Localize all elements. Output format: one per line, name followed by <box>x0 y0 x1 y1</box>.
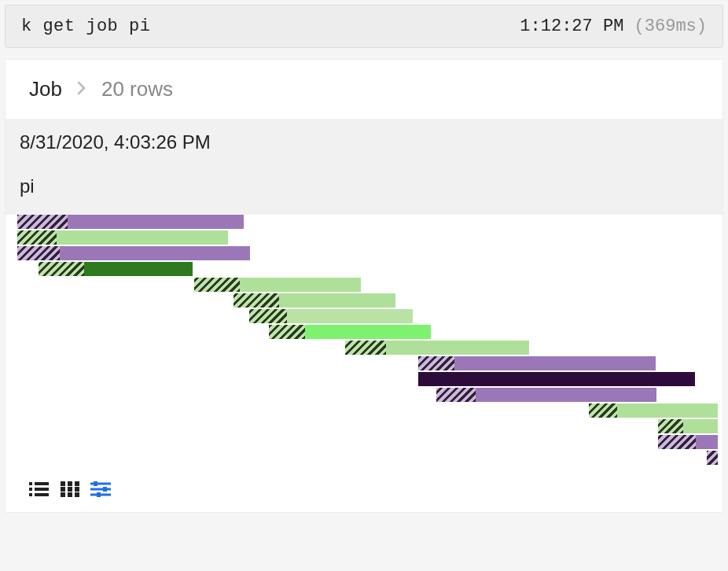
bar-pending-segment <box>194 278 240 292</box>
result-panel: Job 20 rows 8/31/2020, 4:03:26 PM pi <box>5 59 723 513</box>
bar-running-segment <box>476 388 656 402</box>
job-name: pi <box>20 175 708 197</box>
bar-pending-segment <box>249 309 287 323</box>
timeline-bar[interactable] <box>589 403 718 418</box>
timeline-bar[interactable] <box>707 451 718 465</box>
bar-pending-segment <box>17 215 68 229</box>
timeline-bar[interactable] <box>17 215 244 229</box>
svg-rect-11 <box>75 487 79 492</box>
bar-pending-segment <box>658 435 696 449</box>
chevron-right-icon <box>76 79 87 100</box>
svg-rect-9 <box>61 487 65 492</box>
list-icon[interactable] <box>29 481 50 498</box>
bar-running-segment <box>386 341 529 355</box>
job-header: 8/31/2020, 4:03:26 PM pi <box>6 119 722 215</box>
bar-pending-segment <box>17 230 57 245</box>
bar-running-segment <box>279 293 395 308</box>
timeline-bar[interactable] <box>658 419 718 433</box>
bar-running-segment <box>454 356 656 370</box>
bar-running-segment <box>418 372 695 386</box>
svg-rect-3 <box>35 488 49 491</box>
command-meta: 1:12:27 PM (369ms) <box>520 17 707 36</box>
timeline-bar[interactable] <box>39 262 193 276</box>
breadcrumb-root[interactable]: Job <box>29 77 62 101</box>
command-timestamp: 1:12:27 PM <box>520 17 623 36</box>
timeline-bar[interactable] <box>436 388 656 402</box>
bar-pending-segment <box>233 293 279 308</box>
bar-pending-segment <box>345 341 386 355</box>
bar-running-segment <box>287 309 413 323</box>
bar-pending-segment <box>17 246 60 260</box>
svg-rect-2 <box>29 488 32 491</box>
timeline-bar[interactable] <box>658 435 718 449</box>
bar-running-segment <box>305 325 431 339</box>
sliders-icon[interactable] <box>90 481 111 498</box>
bar-running-segment <box>683 419 718 433</box>
svg-rect-4 <box>29 493 32 496</box>
svg-rect-8 <box>75 481 79 486</box>
bar-pending-segment <box>658 419 683 433</box>
bar-pending-segment <box>436 388 476 402</box>
timeline-chart <box>6 215 722 466</box>
command-duration: (369ms) <box>634 17 707 36</box>
bar-running-segment <box>68 215 244 229</box>
bar-pending-segment <box>707 451 718 465</box>
timeline-bar[interactable] <box>17 230 228 245</box>
timeline-bar[interactable] <box>269 325 431 339</box>
svg-rect-18 <box>103 487 107 492</box>
svg-rect-10 <box>68 487 72 492</box>
svg-rect-14 <box>75 492 79 497</box>
bar-running-segment <box>84 262 193 276</box>
timeline-bar[interactable] <box>233 293 395 308</box>
svg-rect-16 <box>94 481 97 486</box>
svg-rect-12 <box>61 492 65 497</box>
bar-pending-segment <box>418 356 454 370</box>
svg-rect-7 <box>68 481 72 486</box>
bar-running-segment <box>60 246 250 260</box>
timeline-bar[interactable] <box>418 372 695 386</box>
svg-rect-20 <box>97 492 101 497</box>
job-datetime: 8/31/2020, 4:03:26 PM <box>20 131 708 153</box>
bar-pending-segment <box>589 403 617 418</box>
grid-icon[interactable] <box>61 481 79 498</box>
command-text: k get job pi <box>21 17 150 36</box>
svg-rect-13 <box>68 492 72 497</box>
breadcrumb-detail: 20 rows <box>101 77 173 101</box>
bar-pending-segment <box>39 262 84 276</box>
breadcrumb: Job 20 rows <box>6 60 722 119</box>
timeline-bar[interactable] <box>194 278 361 292</box>
bar-running-segment <box>696 435 718 449</box>
command-bar: k get job pi 1:12:27 PM (369ms) <box>5 5 723 48</box>
svg-rect-0 <box>29 482 32 485</box>
svg-rect-1 <box>35 482 49 485</box>
timeline-bar[interactable] <box>345 341 529 355</box>
svg-rect-5 <box>35 493 49 496</box>
bar-running-segment <box>57 230 228 245</box>
bar-pending-segment <box>269 325 305 339</box>
timeline-bar[interactable] <box>17 246 250 260</box>
bar-running-segment <box>240 278 361 292</box>
svg-rect-6 <box>61 481 65 486</box>
timeline-bar[interactable] <box>249 309 413 323</box>
view-switcher <box>6 466 722 512</box>
bar-running-segment <box>617 403 718 418</box>
timeline-bar[interactable] <box>418 356 656 370</box>
